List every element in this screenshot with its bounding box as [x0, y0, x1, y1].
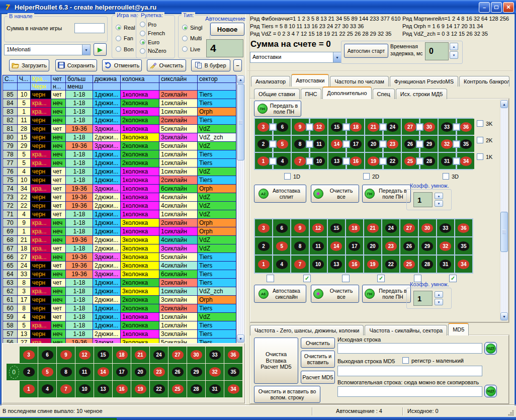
clear-all-button[interactable]: ✶Очистить все: [311, 285, 359, 303]
number-disc[interactable]: 26: [172, 367, 184, 377]
number-disc[interactable]: 4: [276, 260, 288, 269]
sixline-number-cell[interactable]: 13: [328, 256, 345, 273]
md5-aux-input[interactable]: [337, 386, 482, 397]
number-disc[interactable]: 28: [423, 156, 435, 166]
main-tab-2[interactable]: Частоты по числам: [330, 76, 388, 87]
number-disc[interactable]: 24: [153, 350, 165, 360]
number-disc[interactable]: 3: [23, 350, 35, 360]
split-checkbox[interactable]: [416, 157, 423, 165]
sixline-number-cell[interactable]: 1: [255, 256, 272, 273]
number-disc[interactable]: 14: [98, 367, 109, 377]
number-disc[interactable]: 5: [42, 367, 53, 377]
number-disc[interactable]: 32: [441, 139, 453, 149]
layout-number-cell[interactable]: 8: [57, 364, 75, 380]
number-disc[interactable]: 22: [385, 260, 397, 269]
sixline-number-cell[interactable]: 35: [455, 237, 472, 255]
split-checkbox[interactable]: [416, 123, 423, 131]
table-scrollbar-thumb[interactable]: [237, 84, 244, 160]
roulette-radio-1[interactable]: French: [140, 30, 175, 36]
layout-number-cell[interactable]: 11: [75, 364, 94, 380]
sixline-number-cell[interactable]: 16: [346, 256, 363, 273]
sixline-number-cell[interactable]: 30: [419, 219, 436, 236]
layout-zero-cell[interactable]: 0: [7, 364, 21, 380]
sixline-number-cell[interactable]: 8: [291, 237, 308, 255]
number-disc[interactable]: 28: [191, 384, 202, 394]
number-disc[interactable]: 7: [294, 260, 306, 269]
layout-number-cell[interactable]: 31: [206, 381, 224, 397]
sixline-number-cell[interactable]: 19: [364, 256, 381, 273]
layout-number-cell[interactable]: 23: [150, 364, 168, 380]
sixline-number-cell[interactable]: 4: [273, 256, 290, 273]
layout-number-cell[interactable]: 36: [224, 347, 242, 363]
sixline-number-cell[interactable]: 25: [400, 256, 417, 273]
number-disc[interactable]: 29: [423, 139, 435, 149]
number-disc[interactable]: 27: [403, 223, 415, 233]
checkbox[interactable]: [443, 173, 449, 180]
number-disc[interactable]: 12: [313, 122, 325, 132]
number-disc[interactable]: 11: [313, 139, 325, 149]
sub-tab-1[interactable]: ПНС: [301, 89, 322, 99]
number-disc[interactable]: 30: [423, 122, 435, 132]
clear-all-button[interactable]: ✶Очистить все: [311, 185, 359, 203]
start-sum-input[interactable]: [74, 23, 105, 33]
md5-clear-button[interactable]: Очистить: [301, 338, 335, 349]
number-disc[interactable]: 8: [60, 367, 72, 377]
number-disc[interactable]: 7: [294, 156, 306, 166]
number-disc[interactable]: 17: [350, 139, 362, 149]
number-disc[interactable]: 33: [441, 122, 453, 132]
number-disc[interactable]: 13: [330, 260, 342, 269]
md5-aux-run-button[interactable]: МД5: [484, 385, 497, 397]
number-disc[interactable]: 20: [135, 367, 146, 377]
number-disc[interactable]: 32: [209, 367, 221, 377]
number-disc[interactable]: 6: [276, 223, 288, 233]
close-button[interactable]: ✕: [503, 2, 514, 13]
scroll-down-icon[interactable]: ▼: [500, 312, 508, 320]
layout-number-cell[interactable]: 32: [206, 364, 224, 380]
number-disc[interactable]: 8: [294, 139, 306, 149]
number-disc[interactable]: 18: [349, 223, 360, 233]
split-checkbox[interactable]: [269, 157, 277, 165]
number-disc[interactable]: 14: [331, 139, 342, 149]
sixline-checkbox[interactable]: ✓: [303, 275, 311, 282]
checkbox[interactable]: [363, 173, 370, 180]
roulette-radio-3[interactable]: NoZero: [140, 48, 175, 54]
number-disc[interactable]: 26: [403, 241, 415, 251]
number-disc[interactable]: 29: [421, 241, 433, 251]
toolbar-collapse-button[interactable]: –: [233, 59, 242, 71]
number-disc[interactable]: 34: [458, 260, 469, 269]
split-checkbox[interactable]: [453, 140, 460, 148]
number-disc[interactable]: 18: [116, 350, 128, 360]
sixline-number-cell[interactable]: 14: [328, 237, 345, 255]
number-disc[interactable]: 35: [460, 139, 472, 149]
number-disc[interactable]: 10: [313, 156, 325, 166]
sixline-number-cell[interactable]: 33: [437, 219, 454, 236]
number-disc[interactable]: 17: [116, 367, 128, 377]
layout-number-cell[interactable]: 18: [113, 347, 131, 363]
md5-source-input[interactable]: [337, 343, 482, 354]
number-disc[interactable]: 12: [79, 350, 91, 360]
md5-out-input[interactable]: [337, 366, 482, 376]
number-disc[interactable]: 29: [191, 367, 202, 377]
layout-number-cell[interactable]: 34: [224, 381, 242, 397]
bottom-tab-0[interactable]: Частота - Zero, шансы, дюжины, колонки: [250, 325, 364, 335]
layout-number-cell[interactable]: 6: [38, 347, 56, 363]
number-disc[interactable]: 26: [404, 139, 416, 149]
checkbox[interactable]: [284, 173, 291, 180]
main-tab-3[interactable]: Функционал PsevdoMS: [390, 76, 458, 87]
number-disc[interactable]: 25: [404, 156, 416, 166]
number-disc[interactable]: 12: [312, 223, 324, 233]
split-checkbox[interactable]: [342, 157, 350, 165]
layout-number-cell[interactable]: 7: [57, 381, 75, 397]
number-disc[interactable]: 23: [385, 241, 397, 251]
toolbar-save-button[interactable]: Сохранить: [55, 59, 97, 71]
layout-number-cell[interactable]: 5: [38, 364, 56, 380]
split-checkbox[interactable]: [453, 123, 460, 131]
spin-up-icon[interactable]: ▲: [450, 43, 458, 50]
number-disc[interactable]: 14: [330, 241, 342, 251]
number-disc[interactable]: 17: [349, 241, 360, 251]
number-disc[interactable]: 30: [191, 350, 202, 360]
number-disc[interactable]: 36: [458, 223, 469, 233]
number-disc[interactable]: 31: [441, 156, 453, 166]
number-disc[interactable]: 1: [257, 156, 269, 166]
number-disc[interactable]: 6: [42, 350, 53, 360]
